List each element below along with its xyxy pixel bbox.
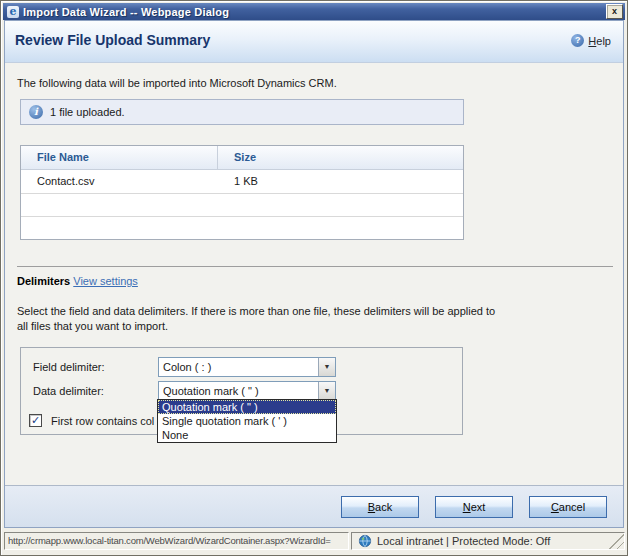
security-zone-text: Local intranet | Protected Mode: Off	[377, 535, 550, 547]
file-size-cell: 1 KB	[218, 170, 258, 193]
data-delimiter-label: Data delimiter:	[33, 385, 104, 397]
file-name-cell: Contact.csv	[21, 170, 218, 193]
cancel-button[interactable]: Cancel	[529, 496, 607, 518]
security-zone-area: Local intranet | Protected Mode: Off	[351, 532, 625, 550]
back-button[interactable]: Back	[341, 496, 419, 518]
field-delimiter-label: Field delimiter:	[33, 361, 105, 373]
column-header-file-name: File Name	[21, 146, 218, 169]
section-divider	[17, 266, 613, 267]
data-delimiter-select[interactable]: Quotation mark ( " ) ▼	[158, 381, 336, 401]
delimiters-title: Delimiters	[17, 275, 70, 287]
empty-table-row	[21, 194, 463, 217]
view-settings-link[interactable]: View settings	[73, 275, 138, 287]
data-delimiter-value: Quotation mark ( " )	[159, 385, 318, 397]
close-button[interactable]: x	[606, 4, 623, 19]
page-title: Review File Upload Summary	[15, 32, 210, 48]
next-button[interactable]: Next	[435, 496, 513, 518]
first-row-checkbox-row: ✓ First row contains col	[29, 414, 154, 427]
first-row-checkbox-label[interactable]: First row contains col	[51, 415, 154, 427]
wizard-header: Review File Upload Summary ? Help	[5, 21, 623, 63]
upload-info-message: 1 file uploaded.	[50, 106, 125, 118]
delimiters-description: Select the field and data delimiters. If…	[17, 304, 509, 334]
file-table: File Name Size Contact.csv 1 KB	[20, 145, 464, 240]
column-header-size: Size	[218, 146, 256, 169]
globe-icon	[358, 534, 372, 548]
dropdown-option-quotation-mark[interactable]: Quotation mark ( " )	[158, 400, 336, 414]
wizard-content: The following data will be imported into…	[5, 64, 623, 485]
help-icon: ?	[571, 34, 584, 47]
chevron-down-icon[interactable]: ▼	[318, 358, 335, 376]
table-row: Contact.csv 1 KB	[21, 170, 463, 194]
first-row-checkbox[interactable]: ✓	[29, 414, 42, 427]
window-title: Import Data Wizard -- Webpage Dialog	[23, 6, 229, 18]
field-delimiter-select[interactable]: Colon ( : ) ▼	[158, 357, 336, 377]
webpage-dialog-window: e Import Data Wizard -- Webpage Dialog x…	[0, 0, 628, 556]
help-link[interactable]: ? Help	[571, 34, 611, 47]
titlebar[interactable]: e Import Data Wizard -- Webpage Dialog x	[3, 3, 625, 20]
help-label: Help	[588, 35, 611, 47]
internet-explorer-icon: e	[7, 6, 19, 18]
upload-info-box: i 1 file uploaded.	[20, 99, 464, 125]
delimiters-heading: Delimiters View settings	[17, 275, 138, 287]
chevron-down-icon[interactable]: ▼	[318, 382, 335, 400]
dropdown-option-single-quotation-mark[interactable]: Single quotation mark ( ' )	[158, 414, 336, 428]
wizard-footer: Back Next Cancel	[5, 485, 623, 527]
status-bar: http://crmapp.www.local-titan.com/WebWiz…	[3, 530, 625, 552]
file-table-header: File Name Size	[21, 146, 463, 170]
dialog-page: Review File Upload Summary ? Help The fo…	[4, 20, 624, 528]
field-delimiter-value: Colon ( : )	[159, 361, 318, 373]
resize-grip[interactable]	[608, 533, 624, 549]
info-icon: i	[29, 105, 43, 119]
data-delimiter-dropdown-list: Quotation mark ( " ) Single quotation ma…	[157, 399, 337, 443]
status-url: http://crmapp.www.local-titan.com/WebWiz…	[4, 532, 349, 550]
intro-text: The following data will be imported into…	[17, 77, 337, 89]
dropdown-option-none[interactable]: None	[158, 428, 336, 442]
